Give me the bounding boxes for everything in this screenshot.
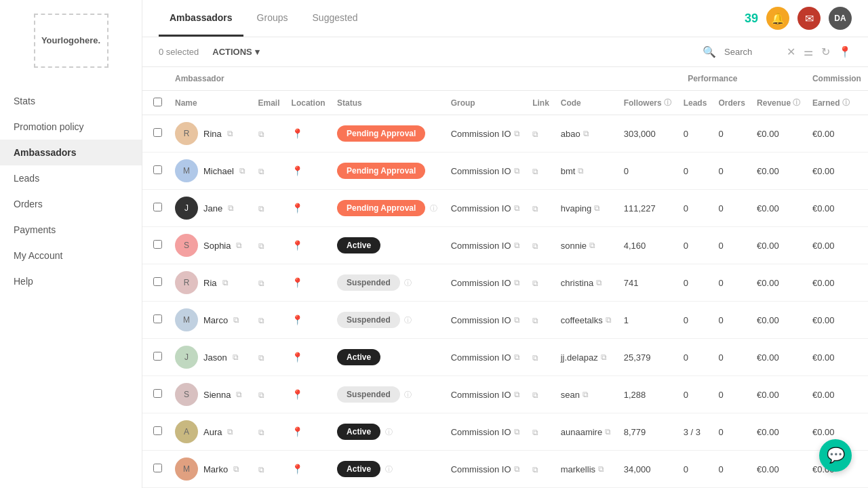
row-checkbox-9[interactable] (153, 426, 162, 435)
copy-email-icon[interactable]: ⧉ (258, 167, 264, 176)
chat-fab[interactable]: 💬 (819, 439, 852, 472)
copy-group-icon[interactable]: ⧉ (514, 241, 520, 250)
location-icon[interactable]: 📍 (292, 165, 303, 176)
sidebar-item-help[interactable]: Help (0, 268, 142, 294)
status-badge[interactable]: Active (337, 237, 380, 253)
location-icon[interactable]: 📍 (292, 389, 303, 400)
copy-code-icon[interactable]: ⧉ (605, 427, 611, 436)
copy-email-icon[interactable]: ⧉ (258, 390, 264, 400)
copy-link-icon[interactable]: ⧉ (532, 129, 538, 139)
copy-email-icon[interactable]: ⧉ (258, 465, 264, 474)
sidebar-item-orders[interactable]: Orders (0, 191, 142, 217)
copy-group-icon[interactable]: ⧉ (514, 129, 520, 138)
status-badge[interactable]: Suspended (337, 274, 400, 291)
status-badge[interactable]: Active (337, 424, 380, 440)
copy-code-icon[interactable]: ⧉ (596, 278, 602, 287)
copy-group-icon[interactable]: ⧉ (514, 315, 520, 325)
copy-group-icon[interactable]: ⧉ (514, 464, 520, 474)
copy-name-icon[interactable]: ⧉ (233, 464, 239, 474)
mail-icon[interactable]: ✉ (797, 7, 821, 30)
status-badge[interactable]: Active (337, 349, 380, 365)
copy-group-icon[interactable]: ⧉ (514, 166, 520, 176)
copy-name-icon[interactable]: ⧉ (222, 278, 229, 287)
location-pin-icon[interactable]: 📍 (838, 45, 852, 58)
status-badge[interactable]: Pending Approval (337, 200, 425, 216)
location-icon[interactable]: 📍 (292, 240, 303, 251)
location-icon[interactable]: 📍 (292, 426, 303, 437)
sidebar-item-stats[interactable]: Stats (0, 88, 142, 114)
sidebar-item-payments[interactable]: Payments (0, 217, 142, 243)
status-badge[interactable]: Suspended (337, 386, 400, 403)
copy-link-icon[interactable]: ⧉ (532, 353, 538, 363)
copy-name-icon[interactable]: ⧉ (233, 352, 239, 362)
tab-groups[interactable]: Groups (246, 0, 299, 37)
copy-email-icon[interactable]: ⧉ (258, 129, 264, 139)
row-checkbox-1[interactable] (153, 128, 162, 137)
copy-code-icon[interactable]: ⧉ (583, 390, 589, 399)
copy-name-icon[interactable]: ⧉ (227, 129, 233, 138)
row-checkbox-3[interactable] (153, 203, 162, 211)
status-badge[interactable]: Pending Approval (337, 125, 425, 142)
copy-email-icon[interactable]: ⧉ (258, 279, 264, 288)
copy-group-icon[interactable]: ⧉ (514, 390, 520, 399)
avatar-icon[interactable]: DA (829, 7, 852, 30)
tab-suggested[interactable]: Suggested (302, 0, 369, 37)
sidebar-item-my-account[interactable]: My Account (0, 243, 142, 268)
status-badge[interactable]: Suspended (337, 312, 400, 328)
location-icon[interactable]: 📍 (292, 352, 303, 363)
copy-name-icon[interactable]: ⧉ (236, 390, 242, 399)
copy-link-icon[interactable]: ⧉ (532, 316, 538, 325)
copy-code-icon[interactable]: ⧉ (598, 464, 604, 474)
actions-button[interactable]: ACTIONS ▾ (207, 44, 265, 60)
copy-name-icon[interactable]: ⧉ (228, 203, 234, 213)
filter-icon[interactable]: ⚌ (804, 45, 813, 58)
copy-name-icon[interactable]: ⧉ (236, 241, 242, 250)
copy-link-icon[interactable]: ⧉ (532, 428, 538, 437)
copy-link-icon[interactable]: ⧉ (532, 204, 538, 214)
copy-email-icon[interactable]: ⧉ (258, 316, 264, 325)
copy-code-icon[interactable]: ⧉ (594, 203, 600, 213)
location-icon[interactable]: 📍 (292, 464, 303, 474)
row-checkbox-5[interactable] (153, 277, 162, 286)
row-checkbox-4[interactable] (153, 240, 162, 249)
location-icon[interactable]: 📍 (292, 314, 303, 325)
copy-code-icon[interactable]: ⧉ (589, 241, 595, 250)
copy-email-icon[interactable]: ⧉ (258, 353, 264, 363)
sidebar-item-promotion-policy[interactable]: Promotion policy (0, 114, 142, 140)
copy-link-icon[interactable]: ⧉ (532, 167, 538, 176)
location-icon[interactable]: 📍 (292, 128, 303, 139)
row-checkbox-7[interactable] (153, 352, 162, 361)
copy-email-icon[interactable]: ⧉ (258, 428, 264, 437)
notification-icon[interactable]: 🔔 (766, 7, 789, 30)
copy-link-icon[interactable]: ⧉ (532, 390, 538, 400)
row-checkbox-10[interactable] (153, 464, 162, 472)
copy-link-icon[interactable]: ⧉ (532, 279, 538, 288)
row-checkbox-6[interactable] (153, 314, 162, 323)
tab-ambassadors[interactable]: Ambassadors (159, 0, 243, 37)
copy-code-icon[interactable]: ⧉ (601, 352, 607, 362)
sidebar-item-ambassadors[interactable]: Ambassadors (0, 140, 142, 165)
copy-group-icon[interactable]: ⧉ (514, 352, 520, 362)
location-icon[interactable]: 📍 (292, 203, 303, 214)
copy-email-icon[interactable]: ⧉ (258, 241, 264, 251)
copy-name-icon[interactable]: ⧉ (239, 166, 245, 176)
copy-link-icon[interactable]: ⧉ (532, 465, 538, 474)
copy-group-icon[interactable]: ⧉ (514, 278, 520, 287)
copy-group-icon[interactable]: ⧉ (514, 427, 520, 436)
copy-code-icon[interactable]: ⧉ (578, 166, 584, 176)
copy-name-icon[interactable]: ⧉ (227, 427, 233, 436)
status-badge[interactable]: Active (337, 461, 380, 477)
search-input[interactable] (724, 47, 778, 57)
sidebar-item-leads[interactable]: Leads (0, 165, 142, 191)
row-checkbox-8[interactable] (153, 389, 162, 398)
close-icon[interactable]: ✕ (787, 45, 795, 58)
row-checkbox-2[interactable] (153, 165, 162, 174)
copy-link-icon[interactable]: ⧉ (532, 241, 538, 251)
search-icon[interactable]: 🔍 (703, 45, 716, 58)
copy-name-icon[interactable]: ⧉ (233, 315, 239, 325)
copy-code-icon[interactable]: ⧉ (606, 315, 612, 325)
select-all-checkbox[interactable] (153, 98, 162, 106)
location-icon[interactable]: 📍 (292, 277, 303, 288)
refresh-icon[interactable]: ↻ (821, 45, 830, 58)
copy-code-icon[interactable]: ⧉ (583, 129, 589, 138)
